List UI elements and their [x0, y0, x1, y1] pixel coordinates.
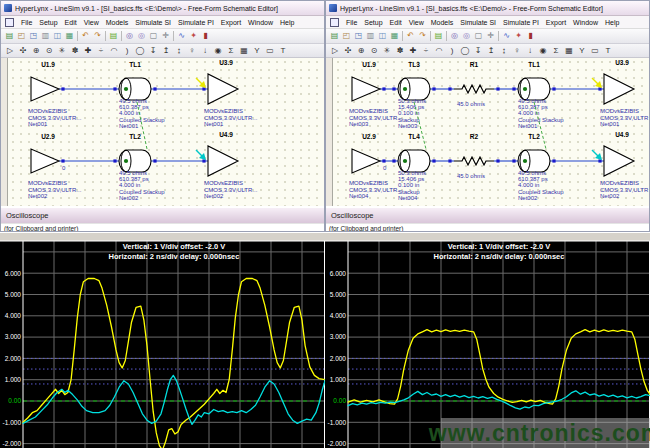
export-icon[interactable]: ▦ [64, 30, 75, 42]
y-junction-icon[interactable]: Y [576, 45, 588, 56]
sigma-icon[interactable]: Σ [225, 45, 237, 56]
wizard-icon[interactable]: ✦ [513, 30, 524, 42]
node-icon[interactable]: ◉ [212, 45, 224, 56]
transmission-line-TL3[interactable] [398, 78, 430, 100]
redo-icon[interactable]: ↷ [417, 30, 428, 42]
redo-icon[interactable]: ↷ [92, 30, 103, 42]
select-region-icon[interactable]: ✣ [342, 45, 354, 56]
terminator-down-icon[interactable]: ↧ [147, 45, 159, 56]
menu-item-help[interactable]: Help [280, 19, 294, 26]
add-arc-icon[interactable]: ◠ [108, 45, 120, 56]
add-plus-icon[interactable]: ✚ [407, 45, 419, 56]
print-icon[interactable]: ▥ [365, 30, 376, 42]
run-simulation-icon[interactable]: ▷ [4, 45, 16, 56]
menu-item-export[interactable]: Export [546, 19, 566, 26]
scope-probe-icon[interactable]: ∿ [501, 30, 512, 42]
menu-item-simulate-si[interactable]: Simulate SI [460, 19, 496, 26]
print-preview-icon[interactable]: ◫ [377, 30, 388, 42]
pan-icon[interactable]: ✛ [485, 30, 496, 42]
new-file-icon[interactable]: ▤ [4, 30, 15, 42]
resistor-R1[interactable] [454, 85, 494, 93]
zoom-fit-icon[interactable]: ▢ [473, 30, 484, 42]
add-ic-icon[interactable]: ⊕ [30, 45, 42, 56]
save-file-icon[interactable]: ◳ [28, 30, 39, 42]
add-flower-icon[interactable]: ✽ [69, 45, 81, 56]
wizard-icon[interactable]: ✦ [188, 30, 199, 42]
zoom-fit-icon[interactable]: ▢ [148, 30, 159, 42]
ground-icon[interactable]: ↓ [524, 45, 536, 56]
terminator-updown-icon[interactable]: ↨ [498, 45, 510, 56]
terminator-updown-icon[interactable]: ↨ [173, 45, 185, 56]
menu-item-setup[interactable]: Setup [39, 19, 57, 26]
add-star-icon[interactable]: ✳ [381, 45, 393, 56]
transmission-line-TL4[interactable] [398, 150, 430, 172]
stackup-editor-icon[interactable]: ▤ [433, 30, 444, 42]
rect-tool-icon[interactable]: ▭ [589, 45, 601, 56]
print-preview-icon[interactable]: ◫ [52, 30, 63, 42]
schematic-canvas[interactable]: U1.9MODvsEZIBISCMOS,3.3V,ULTR...Net001TL… [1, 58, 325, 206]
menu-item-file[interactable]: File [346, 19, 357, 26]
add-circle-icon[interactable]: ◯ [459, 45, 471, 56]
menu-item-view[interactable]: View [409, 19, 424, 26]
mdi-child-icon[interactable] [5, 18, 14, 27]
schematic-canvas[interactable]: U1.9MODvsEZIBISCMOS,3.3V,ULTR...Net003TL… [326, 58, 650, 206]
driver-buffer-U1.9[interactable] [31, 77, 59, 101]
open-file-icon[interactable]: ◰ [16, 30, 27, 42]
save-file-icon[interactable]: ◳ [353, 30, 364, 42]
add-arc-icon[interactable]: ◠ [433, 45, 445, 56]
pan-icon[interactable]: ✛ [160, 30, 171, 42]
zoom-in-icon[interactable]: ◎ [449, 30, 460, 42]
add-oscillator-icon[interactable]: ⊙ [43, 45, 55, 56]
grid-box-icon[interactable]: ▦ [238, 45, 250, 56]
menu-item-window[interactable]: Window [248, 19, 273, 26]
menu-item-models[interactable]: Models [431, 19, 454, 26]
oscilloscope-title-bar[interactable]: Oscilloscope [326, 206, 649, 223]
sigma-icon[interactable]: Σ [550, 45, 562, 56]
text-tool-icon[interactable]: T [602, 45, 614, 56]
probe-tool-icon[interactable]: ♀ [186, 45, 198, 56]
select-region-icon[interactable]: ✣ [17, 45, 29, 56]
mdi-child-icon[interactable] [330, 18, 339, 27]
menu-item-view[interactable]: View [84, 19, 99, 26]
zoom-in-icon[interactable]: ◎ [124, 30, 135, 42]
menu-item-edit[interactable]: Edit [390, 19, 402, 26]
ibis-model-icon[interactable]: ▮ [200, 30, 211, 42]
rect-tool-icon[interactable]: ▭ [264, 45, 276, 56]
transmission-line-TL1[interactable] [518, 78, 550, 100]
receiver-buffer-U3.9[interactable] [604, 74, 634, 104]
title-bar[interactable]: HyperLynx - LineSim v9.1 - [SI_basics.ff… [326, 1, 649, 16]
undo-icon[interactable]: ↶ [80, 30, 91, 42]
menu-item-simulate-si[interactable]: Simulate SI [135, 19, 171, 26]
menu-item-simulate-pi[interactable]: Simulate PI [178, 19, 214, 26]
terminator-up-icon[interactable]: ↥ [160, 45, 172, 56]
ibis-model-icon[interactable]: ▮ [525, 30, 536, 42]
receiver-buffer-U3.9[interactable] [208, 74, 238, 104]
menu-item-setup[interactable]: Setup [364, 19, 382, 26]
export-icon[interactable]: ▦ [389, 30, 400, 42]
run-simulation-icon[interactable]: ▷ [329, 45, 341, 56]
driver-buffer-U1.9[interactable] [352, 77, 380, 101]
transmission-line-TL1[interactable] [119, 78, 151, 100]
undo-icon[interactable]: ↶ [405, 30, 416, 42]
add-oscillator-icon[interactable]: ⊙ [368, 45, 380, 56]
oscilloscope-title-bar[interactable]: Oscilloscope [1, 206, 324, 223]
add-divider-icon[interactable]: ÷ [95, 45, 107, 56]
driver-buffer-U2.9[interactable] [31, 149, 59, 173]
resistor-R2[interactable] [454, 157, 494, 165]
scope-probe-icon[interactable]: ∿ [176, 30, 187, 42]
add-bracket-icon[interactable]: ) [121, 45, 133, 56]
add-plus-icon[interactable]: ✚ [82, 45, 94, 56]
node-icon[interactable]: ◉ [537, 45, 549, 56]
receiver-buffer-U4.9[interactable] [604, 146, 634, 176]
print-icon[interactable]: ▥ [40, 30, 51, 42]
terminator-up-icon[interactable]: ↥ [485, 45, 497, 56]
add-divider-icon[interactable]: ÷ [420, 45, 432, 56]
stackup-editor-icon[interactable]: ▤ [108, 30, 119, 42]
transmission-line-TL2[interactable] [518, 150, 550, 172]
receiver-buffer-U4.9[interactable] [208, 146, 238, 176]
transmission-line-TL2[interactable] [119, 150, 151, 172]
add-flower-icon[interactable]: ✽ [394, 45, 406, 56]
probe-tool-icon[interactable]: ♀ [511, 45, 523, 56]
add-ic-icon[interactable]: ⊕ [355, 45, 367, 56]
open-file-icon[interactable]: ◰ [341, 30, 352, 42]
